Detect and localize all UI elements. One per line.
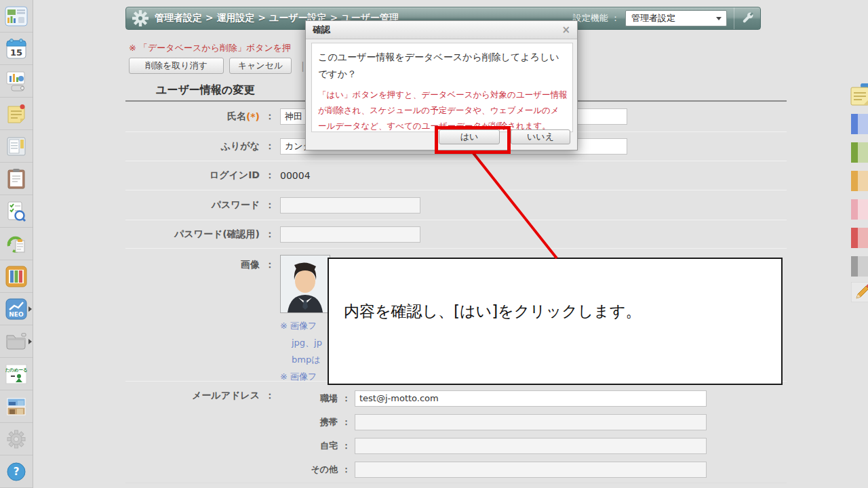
dialog-body: このユーザー情報をデータベースから削除してよろしいですか？ 「はい」ボタンを押す…: [311, 43, 573, 132]
password-input[interactable]: [280, 197, 420, 214]
sidebar-item-help[interactable]: ?: [0, 455, 33, 488]
close-icon[interactable]: ×: [561, 25, 570, 35]
instruction-callout: 内容を確認し、[はい]をクリックします。: [328, 258, 783, 385]
photo-banner-icon: [6, 396, 26, 417]
delete-notice-text: ※ 「データベースから削除」ボタンを押: [129, 42, 291, 54]
chevron-right-icon: [28, 306, 32, 312]
calendar-icon: 15: [6, 38, 26, 60]
side-tab-red[interactable]: [851, 228, 868, 248]
toolbar: 削除を取り消す キャンセル ｜: [129, 58, 308, 74]
side-tab-orange[interactable]: [851, 171, 868, 191]
sidebar-item-binder[interactable]: [0, 260, 33, 293]
side-tab-blue[interactable]: [851, 114, 868, 134]
svg-text:?: ?: [14, 466, 20, 478]
dialog-message: このユーザー情報をデータベースから削除してよろしいですか？: [318, 49, 568, 83]
sidebar-item-neo[interactable]: NEO: [0, 293, 33, 325]
gear-icon: [6, 429, 26, 449]
folder-icon: [5, 332, 28, 351]
page-title: ユーザー情報の変更: [156, 83, 254, 100]
sidebar-item-memo[interactable]: [0, 98, 33, 130]
login-id-label: ログインID ：: [125, 169, 275, 182]
sidebar-item-tanomeru[interactable]: たのめーる: [0, 358, 33, 390]
email-mobile-input[interactable]: [355, 414, 707, 430]
side-tab-gray[interactable]: [851, 256, 868, 277]
email-home-row: 自宅：: [280, 434, 707, 458]
password-confirm-input[interactable]: [280, 226, 420, 243]
settings-function-value: 管理者設定: [631, 12, 675, 24]
memo-icon: [6, 104, 26, 124]
email-work-row: 職場：: [280, 386, 707, 410]
workflow-icon: [5, 234, 27, 254]
sidebar-item-clipboard[interactable]: [0, 163, 33, 195]
password-label: パスワード ：: [125, 199, 275, 211]
dialog-title: 確認: [313, 24, 330, 36]
form-row-password-confirm: パスワード(確認用) ：: [125, 220, 787, 249]
help-icon: ?: [6, 462, 26, 482]
sidebar-item-portal[interactable]: [0, 0, 33, 33]
image-notes: ※ 画像フ jpg、jp bmpは ※ 画像フ: [280, 317, 330, 385]
user-admin-page: 15: [0, 0, 868, 488]
svg-text:たのめーる: たのめーる: [5, 367, 27, 373]
sidebar-item-folder[interactable]: [0, 325, 33, 358]
email-other-input[interactable]: [355, 462, 707, 478]
sidebar-item-document[interactable]: [0, 130, 33, 163]
instruction-text: 内容を確認し、[はい]をクリックします。: [344, 301, 641, 322]
tanomeru-icon: たのめーる: [5, 364, 27, 384]
email-label: メールアドレス ：: [125, 390, 275, 402]
sidebar-item-schedule[interactable]: 15: [0, 33, 33, 65]
settings-function-select[interactable]: 管理者設定: [625, 10, 727, 26]
email-home-input[interactable]: [355, 438, 707, 454]
login-id-value: 00004: [280, 170, 311, 181]
undo-delete-button[interactable]: 削除を取り消す: [129, 58, 224, 74]
note-icon: [850, 83, 868, 109]
side-note-widget[interactable]: [850, 83, 868, 112]
side-tab-green[interactable]: [851, 142, 868, 163]
binder-icon: [5, 266, 27, 287]
cancel-button[interactable]: キャンセル: [229, 58, 292, 74]
email-work-input[interactable]: [355, 390, 707, 407]
tools-button[interactable]: [734, 7, 760, 29]
sidebar-item-task-search[interactable]: [0, 195, 33, 228]
password-confirm-label: パスワード(確認用) ：: [125, 228, 275, 241]
sidebar-item-settings[interactable]: [0, 423, 33, 455]
document-icon: [6, 136, 26, 157]
neo-icon: NEO: [5, 298, 27, 320]
sidebar-item-banner[interactable]: [0, 390, 33, 423]
side-edit-widget[interactable]: [851, 282, 868, 305]
side-tab-pink[interactable]: [851, 199, 868, 220]
furigana-label: ふりがな ：: [125, 140, 275, 152]
presentation-icon: [5, 70, 28, 92]
sidebar-item-facility[interactable]: [0, 65, 33, 98]
chevron-right-icon: [28, 339, 32, 344]
form-row-login-id: ログインID ： 00004: [125, 161, 787, 190]
user-photo: [280, 255, 330, 313]
name-label: 氏名(*) ：: [125, 110, 275, 123]
svg-text:NEO: NEO: [9, 311, 24, 318]
form-row-password: パスワード ：: [125, 190, 787, 220]
app-sidebar: 15: [0, 0, 33, 488]
email-other-row: その他：: [280, 458, 707, 481]
email-mobile-row: 携帯：: [280, 410, 707, 434]
chevron-down-icon: [716, 17, 722, 20]
pencil-icon: [851, 282, 868, 302]
sidebar-item-workflow[interactable]: [0, 228, 33, 260]
task-search-icon: [6, 201, 26, 222]
image-label: 画像 ：: [125, 259, 275, 271]
dialog-warning: 「はい」ボタンを押すと、データベースから対象のユーザー情報が削除され、スケジュー…: [318, 87, 568, 132]
portal-icon: [5, 6, 28, 26]
clipboard-icon: [7, 168, 26, 190]
highlight-box: [435, 126, 511, 154]
svg-text:15: 15: [10, 47, 22, 58]
gear-icon: [132, 9, 149, 27]
wrench-icon: [740, 11, 755, 26]
settings-function-label: 設定機能 ：: [573, 12, 620, 24]
no-button[interactable]: いいえ: [511, 129, 570, 144]
dialog-titlebar: 確認 ×: [306, 21, 577, 39]
form-row-email: メールアドレス ： 職場： 携帯： 自宅： その他：: [125, 382, 787, 483]
